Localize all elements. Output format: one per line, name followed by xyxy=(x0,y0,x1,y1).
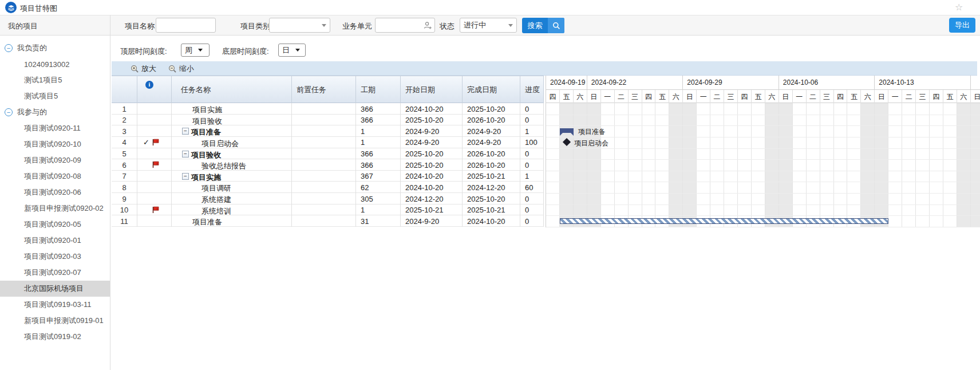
gantt-row-line xyxy=(546,148,980,149)
top-bar: 项目甘特图 ☆ xyxy=(0,0,980,15)
gantt-day-column xyxy=(916,103,930,227)
row-indicators xyxy=(137,204,172,216)
grid-column-header[interactable]: i xyxy=(137,76,172,104)
gantt-body: 项目准备项目启动会 xyxy=(546,103,980,227)
sidebar-item[interactable]: 项目测试0920-11 xyxy=(0,120,110,136)
gantt-day-column xyxy=(779,103,793,227)
row-number: 10 xyxy=(112,204,137,216)
red-flag-icon xyxy=(152,139,159,148)
gantt-week-label: 2024-09-19 xyxy=(546,76,587,90)
person-add-icon[interactable] xyxy=(423,21,432,32)
sidebar-item[interactable]: 项目测试0919-03-11 xyxy=(0,297,110,313)
task-row[interactable]: 10系统培训12025-10-212025-10-210 xyxy=(112,204,544,216)
export-button[interactable]: 导出 xyxy=(949,18,975,33)
sidebar-item[interactable]: 新项目申报测试0919-01 xyxy=(0,313,110,329)
task-row[interactable]: 8项目调研622024-10-202024-12-2060 xyxy=(112,182,544,193)
grid-column-header[interactable]: 工期 xyxy=(356,76,401,104)
app-logo-icon xyxy=(5,2,17,13)
collapse-box-icon[interactable]: − xyxy=(182,128,189,135)
top-timescale-select[interactable]: 周 xyxy=(181,44,210,57)
sidebar-item[interactable]: 北京国际机场项目 xyxy=(0,281,110,297)
collapse-box-icon[interactable]: − xyxy=(182,151,189,158)
info-icon: i xyxy=(145,81,153,89)
predecessor-cell xyxy=(292,193,356,204)
start-date-cell: 2025-10-20 xyxy=(401,148,463,160)
gantt-day-column xyxy=(875,103,888,227)
task-grid: i任务名称前置任务工期开始日期完成日期进度 1项目实施3662024-10-20… xyxy=(112,76,544,227)
row-indicators xyxy=(137,148,172,160)
sidebar-item[interactable]: 项目测试0920-01 xyxy=(0,233,110,249)
grid-column-header[interactable]: 任务名称 xyxy=(172,76,292,104)
sidebar-group-header[interactable]: −我参与的 xyxy=(0,104,110,120)
status-select[interactable]: 进行中 xyxy=(460,18,517,33)
project-type-label: 项目类别 xyxy=(240,21,270,32)
task-row[interactable]: 9系统搭建3052024-12-202025-10-200 xyxy=(112,193,544,204)
sidebar-item[interactable]: 项目测试0920-06 xyxy=(0,184,110,200)
project-tree: −我负责的10240913002测试1项目5测试项目5−我参与的项目测试0920… xyxy=(0,40,110,345)
row-indicators xyxy=(137,125,172,137)
gantt-row-line xyxy=(546,215,980,216)
sidebar-item[interactable]: 项目测试0919-02 xyxy=(0,329,110,345)
task-row[interactable]: 2项目验收3662025-10-202026-10-200 xyxy=(112,115,544,126)
gantt-week-label: 2024-10-06 xyxy=(779,76,875,90)
task-row[interactable]: 6验收总结报告3662025-10-202026-10-200 xyxy=(112,159,544,171)
favorite-star-icon[interactable]: ☆ xyxy=(955,2,963,13)
sidebar-item[interactable]: 新项目申报测试0920-02 xyxy=(0,200,110,217)
start-date-cell: 2024-10-20 xyxy=(401,182,463,193)
gantt-row-line xyxy=(546,115,980,115)
task-row[interactable]: 3−项目准备12024-9-202024-9-201 xyxy=(112,125,544,137)
task-name-cell: 项目准备 xyxy=(172,215,292,227)
business-unit-label: 业务单元 xyxy=(342,21,372,32)
sidebar-item[interactable]: 项目测试0920-09 xyxy=(0,152,110,168)
grid-column-header[interactable]: 完成日期 xyxy=(463,76,520,104)
task-row[interactable]: 5−项目验收3662025-10-202026-10-200 xyxy=(112,148,544,160)
sidebar-item[interactable]: 10240913002 xyxy=(0,56,110,72)
red-flag-icon xyxy=(152,206,159,215)
collapse-minus-icon[interactable]: − xyxy=(5,44,13,52)
sidebar-item[interactable]: 测试1项目5 xyxy=(0,72,110,88)
grid-column-header[interactable]: 开始日期 xyxy=(401,76,463,104)
sidebar-title: 我的项目 xyxy=(8,21,38,32)
sidebar-item[interactable]: 项目测试0920-03 xyxy=(0,249,110,265)
task-row[interactable]: 7−项目实施3672024-10-202025-10-211 xyxy=(112,171,544,182)
finish-date-cell: 2025-10-20 xyxy=(463,193,520,204)
gantt-day-column xyxy=(669,103,683,227)
search-button[interactable]: 搜索 xyxy=(522,18,564,33)
grid-column-header[interactable]: 进度 xyxy=(520,76,544,104)
task-row[interactable]: 11项目准备312024-9-202024-10-200 xyxy=(112,215,544,227)
sidebar-item[interactable]: 项目测试0920-05 xyxy=(0,217,110,233)
gantt-row-line xyxy=(546,137,980,137)
progress-cell: 0 xyxy=(520,204,544,216)
project-name-input[interactable] xyxy=(156,18,216,33)
finish-date-cell: 2024-10-20 xyxy=(463,215,520,227)
grid-column-header[interactable] xyxy=(112,76,137,104)
row-number: 1 xyxy=(112,103,137,115)
row-indicators xyxy=(137,215,172,227)
gantt-day-column xyxy=(738,103,752,227)
task-row[interactable]: 4✓项目启动会12024-9-202024-9-20100 xyxy=(112,137,544,148)
gantt-app: 项目甘特图 ☆ 我的项目 项目名称 项目类别 业务单元 状态 进行中 xyxy=(0,0,980,370)
task-row[interactable]: 1项目实施3662024-10-202025-10-200 xyxy=(112,103,544,115)
sidebar-group-header[interactable]: −我负责的 xyxy=(0,40,110,56)
zoom-in-button[interactable]: 放大 xyxy=(131,64,156,74)
progress-cell: 0 xyxy=(520,215,544,227)
bottom-timescale-select[interactable]: 日 xyxy=(278,44,306,57)
sidebar-item[interactable]: 项目测试0920-10 xyxy=(0,136,110,152)
project-type-select[interactable] xyxy=(269,18,330,33)
collapse-box-icon[interactable]: − xyxy=(182,173,189,180)
gantt-day-label: 三 xyxy=(820,90,834,103)
sidebar-item[interactable]: 项目测试0920-07 xyxy=(0,265,110,281)
task-bar-hatched[interactable] xyxy=(560,218,888,224)
gantt-day-column xyxy=(615,103,629,227)
sidebar-item[interactable]: 项目测试0920-08 xyxy=(0,168,110,184)
grid-column-header[interactable]: 前置任务 xyxy=(292,76,356,104)
gantt-row-line xyxy=(546,171,980,171)
summary-bar[interactable] xyxy=(560,128,574,133)
gantt-day-label: 一 xyxy=(697,90,710,103)
task-name-cell: 系统培训 xyxy=(172,204,292,216)
chevron-down-icon xyxy=(295,49,300,52)
sidebar-item[interactable]: 测试项目5 xyxy=(0,88,110,104)
zoom-out-button[interactable]: 缩小 xyxy=(168,64,194,74)
collapse-minus-icon[interactable]: − xyxy=(5,108,13,116)
gantt-day-column xyxy=(847,103,861,227)
